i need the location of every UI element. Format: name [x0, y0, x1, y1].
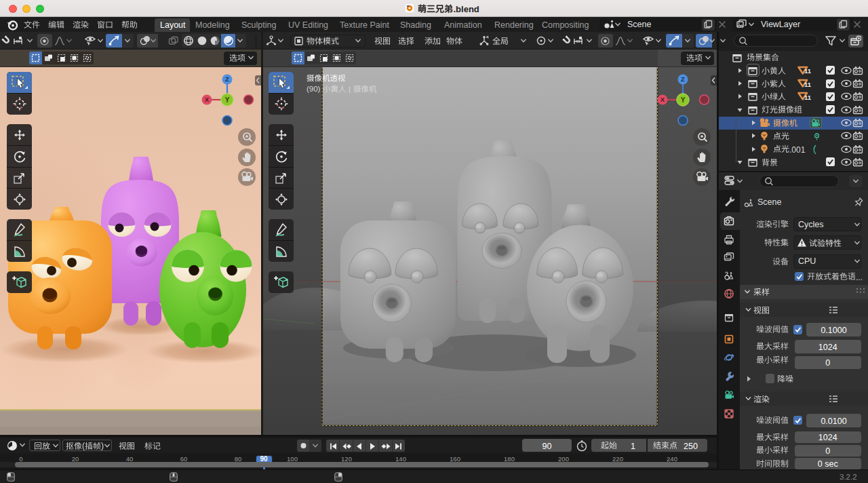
svg-text:Z: Z — [681, 75, 685, 83]
svg-text:X: X — [660, 96, 665, 103]
svg-text:Z: Z — [225, 75, 229, 83]
svg-text:Y: Y — [680, 96, 685, 104]
svg-text:Y: Y — [225, 96, 230, 104]
svg-text:X: X — [205, 96, 210, 103]
